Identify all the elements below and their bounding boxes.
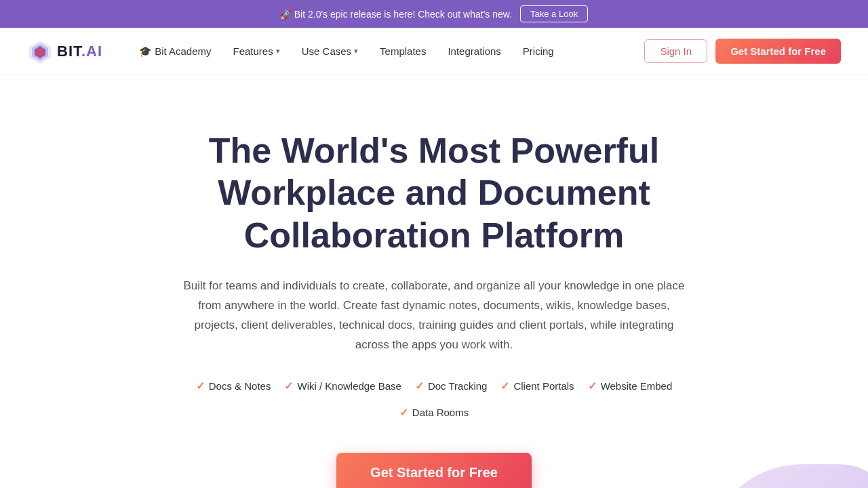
nav-item-templates[interactable]: Templates	[370, 40, 435, 62]
graduation-icon: 🎓	[139, 45, 152, 58]
check-icon: ✓	[500, 380, 509, 392]
check-icon: ✓	[284, 380, 293, 392]
check-icon: ✓	[415, 380, 424, 392]
hero-title: The World's Most Powerful Workplace and …	[156, 129, 712, 256]
logo[interactable]: BIT.AI	[27, 39, 102, 64]
check-icon: ✓	[588, 380, 597, 392]
cta-section: Get Started for Free	[156, 453, 712, 488]
nav-actions: Sign In Get Started for Free	[644, 39, 841, 64]
hero-section: The World's Most Powerful Workplace and …	[0, 75, 868, 488]
check-icon: ✓	[196, 380, 205, 392]
navbar: BIT.AI 🎓 Bit Academy Features ▾ Use Case…	[0, 28, 868, 75]
announcement-bar: 🚀 Bit 2.0's epic release is here! Check …	[0, 0, 868, 28]
nav-item-use-cases[interactable]: Use Cases ▾	[292, 40, 368, 62]
logo-text: BIT.AI	[57, 43, 102, 60]
feature-badge-doc-tracking: ✓ Doc Tracking	[415, 380, 488, 392]
get-started-cta-button[interactable]: Get Started for Free	[336, 453, 532, 488]
logo-icon	[27, 39, 53, 64]
nav-item-features[interactable]: Features ▾	[224, 40, 290, 62]
feature-badges: ✓ Docs & Notes ✓ Wiki / Knowledge Base ✓…	[156, 380, 712, 419]
nav-links: 🎓 Bit Academy Features ▾ Use Cases ▾ Tem…	[130, 40, 644, 63]
check-icon: ✓	[399, 406, 408, 419]
feature-badge-website-embed: ✓ Website Embed	[588, 380, 673, 392]
nav-item-pricing[interactable]: Pricing	[513, 40, 564, 62]
nav-item-integrations[interactable]: Integrations	[438, 40, 510, 62]
hero-content: The World's Most Powerful Workplace and …	[129, 75, 739, 488]
sign-in-button[interactable]: Sign In	[644, 39, 707, 63]
feature-badge-wiki-kb: ✓ Wiki / Knowledge Base	[284, 380, 401, 392]
chevron-down-icon: ▾	[276, 47, 280, 56]
nav-item-bit-academy[interactable]: 🎓 Bit Academy	[130, 40, 220, 63]
feature-badge-client-portals: ✓ Client Portals	[500, 380, 574, 392]
feature-badge-docs-notes: ✓ Docs & Notes	[196, 380, 271, 392]
get-started-nav-button[interactable]: Get Started for Free	[715, 39, 841, 64]
hero-subtitle: Built for teams and individuals to creat…	[180, 277, 688, 355]
announcement-text: 🚀 Bit 2.0's epic release is here! Check …	[280, 9, 512, 20]
feature-badge-data-rooms: ✓ Data Rooms	[399, 406, 469, 419]
chevron-down-icon: ▾	[354, 47, 358, 56]
announcement-cta[interactable]: Take a Look	[520, 5, 588, 22]
